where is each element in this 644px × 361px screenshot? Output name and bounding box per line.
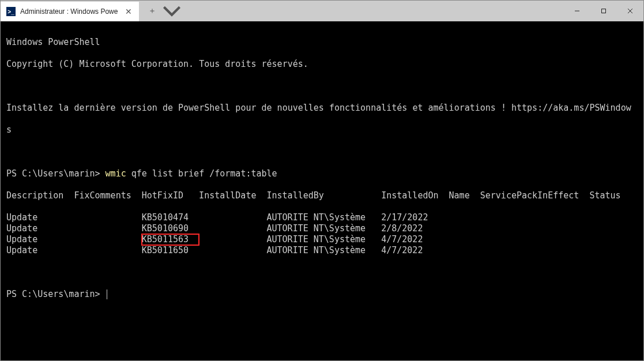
command-args: qfe list brief /format:table: [126, 168, 277, 179]
tab-dropdown-button[interactable]: [162, 1, 182, 21]
cell-description: Update: [6, 223, 74, 234]
terminal-pane[interactable]: Windows PowerShell Copyright (C) Microso…: [1, 21, 643, 360]
cell-installedby: AUTORITE NT\Système: [267, 234, 382, 245]
text-cursor: [107, 289, 107, 299]
window-controls: [564, 1, 643, 21]
blank-line: [6, 146, 638, 157]
col-header-description: Description: [6, 190, 74, 201]
tab-close-button[interactable]: ✕: [123, 6, 134, 17]
blank-line: [6, 267, 638, 278]
cell-installedon: 4/7/2022: [381, 234, 449, 245]
col-header-hotfixid: HotFixID: [142, 190, 199, 201]
cell-description: Update: [6, 245, 74, 256]
col-header-installedon: InstalledOn: [381, 190, 449, 201]
prompt-line: PS C:\Users\marin> wmic qfe list brief /…: [6, 168, 638, 179]
cell-hotfixid: KB5010690: [142, 223, 199, 234]
cell-description: Update: [6, 212, 74, 223]
maximize-button[interactable]: [590, 1, 617, 21]
banner-line: Windows PowerShell: [6, 37, 638, 48]
prompt-text: PS C:\Users\marin>: [6, 168, 106, 179]
banner-line: Installez la dernière version de PowerSh…: [6, 103, 638, 114]
col-header-fixcomments: FixComments: [74, 190, 141, 201]
table-row: UpdateKB5011650AUTORITE NT\Système4/7/20…: [6, 245, 638, 256]
svg-rect-1: [602, 9, 606, 13]
blank-line: [6, 81, 638, 92]
powershell-icon: >_: [6, 7, 16, 16]
cell-hotfixid: KB5010474: [142, 212, 199, 223]
tab-title: Administrateur : Windows Powe: [20, 7, 118, 16]
new-tab-button[interactable]: ＋: [142, 1, 162, 21]
prompt-text: PS C:\Users\marin>: [6, 289, 106, 299]
cell-installedon: 2/8/2022: [381, 223, 449, 234]
cell-hotfixid: KB5011650: [142, 245, 199, 256]
col-header-servicepack: ServicePackInEffect: [480, 190, 590, 201]
banner-line: Copyright (C) Microsoft Corporation. Tou…: [6, 59, 638, 70]
close-window-button[interactable]: [617, 1, 643, 21]
cell-installedby: AUTORITE NT\Système: [267, 245, 382, 256]
table-row: UpdateKB5010690AUTORITE NT\Système2/8/20…: [6, 223, 638, 234]
table-row: UpdateKB5011563AUTORITE NT\Système4/7/20…: [6, 234, 638, 245]
cell-installedon: 4/7/2022: [381, 245, 449, 256]
cell-hotfixid: KB5011563: [142, 234, 199, 245]
col-header-installedby: InstalledBy: [267, 190, 382, 201]
window-titlebar: >_ Administrateur : Windows Powe ✕ ＋: [1, 1, 643, 21]
table-row: UpdateKB5010474AUTORITE NT\Système2/17/2…: [6, 212, 638, 223]
minimize-button[interactable]: [564, 1, 590, 21]
table-header-row: DescriptionFixCommentsHotFixIDInstallDat…: [6, 190, 638, 201]
banner-line: s: [6, 125, 638, 136]
cell-description: Update: [6, 234, 74, 245]
cell-installedby: AUTORITE NT\Système: [267, 212, 382, 223]
col-header-name: Name: [449, 190, 480, 201]
cell-installedon: 2/17/2022: [381, 212, 449, 223]
col-header-installdate: InstallDate: [199, 190, 266, 201]
command-name: wmic: [106, 168, 126, 179]
prompt-line: PS C:\Users\marin>: [6, 289, 638, 300]
tabstrip-actions: ＋: [139, 1, 182, 21]
col-header-status: Status: [589, 190, 620, 201]
cell-installedby: AUTORITE NT\Système: [267, 223, 382, 234]
tab-active[interactable]: >_ Administrateur : Windows Powe ✕: [1, 2, 139, 21]
